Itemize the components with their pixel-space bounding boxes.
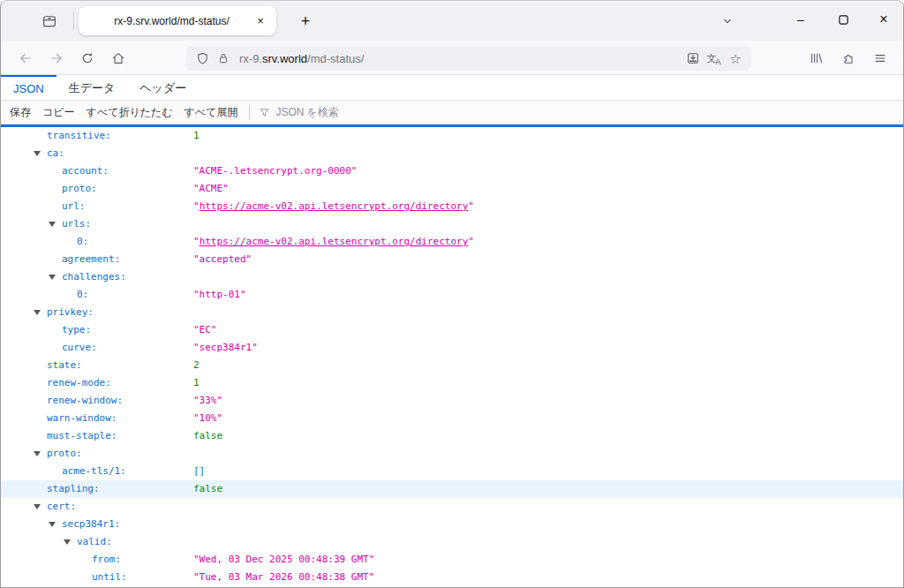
json-search-input[interactable] — [275, 106, 487, 118]
json-row[interactable]: url:"https://acme-v02.api.letsencrypt.or… — [1, 198, 903, 215]
url-path: /md-status/ — [307, 52, 364, 65]
tab-title: rx-9.srv.world/md-status/ — [79, 15, 251, 27]
home-button[interactable] — [105, 45, 132, 72]
json-row[interactable]: privkey: — [1, 304, 903, 321]
json-row[interactable]: renew-mode:1 — [1, 374, 903, 392]
reload-icon — [80, 51, 94, 65]
json-row[interactable]: proto:"ACME" — [1, 180, 903, 198]
json-row[interactable]: state:2 — [1, 357, 903, 374]
json-search — [259, 106, 487, 118]
json-key: renew-mode: — [47, 374, 111, 392]
maximize-button[interactable] — [828, 7, 858, 32]
shield-icon[interactable] — [192, 48, 213, 69]
tab-raw-data[interactable]: 生データ — [56, 75, 128, 100]
collapse-all-button[interactable]: すべて折りたたむ — [87, 105, 173, 120]
json-link[interactable]: https://acme-v02.api.letsencrypt.org/dir… — [200, 200, 469, 212]
toolbar-separator — [249, 106, 250, 119]
json-row[interactable]: type:"EC" — [1, 321, 903, 339]
firefox-view-button[interactable] — [36, 8, 63, 34]
url-bar[interactable]: rx-9.srv.world/md-status/ 文A ☆ — [186, 46, 751, 71]
json-value: "Tue, 03 Mar 2026 00:48:38 GMT" — [193, 569, 374, 586]
twisty-icon[interactable] — [34, 151, 41, 156]
json-value: "secp384r1" — [193, 339, 258, 357]
json-key: privkey: — [47, 304, 94, 321]
json-value: "10%" — [193, 410, 222, 427]
star-icon: ☆ — [729, 52, 741, 65]
library-button[interactable] — [804, 46, 829, 71]
json-row[interactable]: 0:"http-01" — [1, 286, 903, 304]
tab-close-icon[interactable]: × — [251, 11, 270, 31]
active-tab[interactable]: rx-9.srv.world/md-status/ × — [79, 6, 276, 35]
save-page-button[interactable] — [682, 48, 704, 69]
json-value: "ACME-.letsencrypt.org-0000" — [193, 162, 357, 180]
json-value: "EC" — [193, 321, 217, 339]
lock-icon[interactable] — [213, 48, 234, 69]
minimize-button[interactable]: – — [786, 7, 816, 32]
json-value: 1 — [193, 127, 200, 145]
json-row[interactable]: transitive:1 — [1, 127, 903, 145]
url-prefix: rx-9. — [239, 52, 262, 65]
json-row[interactable]: cert: — [1, 498, 903, 516]
json-viewer-toolbar: 保存 コピー すべて折りたたむ すべて展開 — [1, 101, 903, 124]
forward-button[interactable] — [43, 45, 70, 72]
bookmark-star-button[interactable]: ☆ — [725, 48, 746, 69]
list-tabs-button[interactable] — [716, 10, 739, 33]
translate-button[interactable]: 文A — [704, 48, 725, 69]
twisty-icon[interactable] — [34, 310, 41, 315]
json-row[interactable]: proto: — [1, 445, 903, 463]
chevron-down-icon — [721, 15, 734, 27]
quote: " — [468, 200, 474, 212]
save-button[interactable]: 保存 — [10, 105, 31, 120]
copy-button[interactable]: コピー — [42, 105, 75, 120]
tab-headers[interactable]: ヘッダー — [127, 75, 199, 100]
quote: " — [468, 236, 474, 247]
twisty-icon[interactable] — [49, 275, 56, 280]
json-row[interactable]: renew-window:"33%" — [1, 392, 903, 410]
json-row[interactable]: warn-window:"10%" — [1, 410, 903, 427]
json-row[interactable]: valid: — [1, 533, 903, 551]
json-link[interactable]: https://acme-v02.api.letsencrypt.org/dir… — [200, 236, 469, 247]
json-key: valid: — [77, 533, 112, 551]
json-row[interactable]: secp384r1: — [1, 516, 903, 533]
json-key: cert: — [47, 498, 76, 516]
json-row[interactable]: urls: — [1, 215, 903, 233]
twisty-icon[interactable] — [49, 522, 56, 527]
new-tab-button[interactable]: + — [294, 10, 317, 33]
json-row[interactable]: 0:"https://acme-v02.api.letsencrypt.org/… — [1, 233, 903, 251]
json-key: proto: — [47, 445, 82, 463]
json-key: transitive: — [47, 127, 111, 145]
json-row[interactable]: from:"Wed, 03 Dec 2025 00:48:39 GMT" — [1, 551, 903, 569]
json-row[interactable]: acme-tls/1:[] — [1, 463, 903, 480]
twisty-icon[interactable] — [34, 504, 41, 509]
json-row[interactable]: until:"Tue, 03 Mar 2026 00:48:38 GMT" — [1, 569, 903, 586]
json-row[interactable]: must-staple:false — [1, 427, 903, 445]
url-text[interactable]: rx-9.srv.world/md-status/ — [239, 52, 682, 65]
json-row[interactable]: ca: — [1, 145, 903, 162]
json-row[interactable]: account:"ACME-.letsencrypt.org-0000" — [1, 162, 903, 180]
json-key: secp384r1: — [62, 516, 120, 533]
back-button[interactable] — [12, 45, 39, 72]
json-key: stapling: — [47, 480, 100, 498]
json-key: must-staple: — [47, 427, 117, 445]
close-button[interactable]: × — [869, 7, 899, 32]
json-key: renew-window: — [47, 392, 123, 410]
hamburger-icon — [873, 51, 887, 65]
twisty-icon[interactable] — [64, 539, 71, 545]
json-key: url: — [62, 198, 86, 215]
expand-all-button[interactable]: すべて展開 — [185, 105, 238, 120]
json-key: until: — [92, 569, 127, 586]
quote: " — [193, 200, 200, 212]
json-row[interactable]: agreement:"accepted" — [1, 251, 903, 268]
reload-button[interactable] — [74, 45, 101, 72]
json-row[interactable]: curve:"secp384r1" — [1, 339, 903, 357]
twisty-icon[interactable] — [34, 451, 41, 456]
json-value: "https://acme-v02.api.letsencrypt.org/di… — [193, 233, 474, 251]
tab-json[interactable]: JSON — [1, 75, 56, 100]
filter-funnel-icon — [259, 107, 270, 118]
json-row[interactable]: stapling:false — [1, 480, 903, 498]
menu-button[interactable] — [868, 46, 893, 71]
twisty-icon[interactable] — [49, 222, 56, 227]
extensions-button[interactable] — [836, 46, 861, 71]
json-row[interactable]: challenges: — [1, 268, 903, 286]
home-icon — [111, 51, 125, 65]
